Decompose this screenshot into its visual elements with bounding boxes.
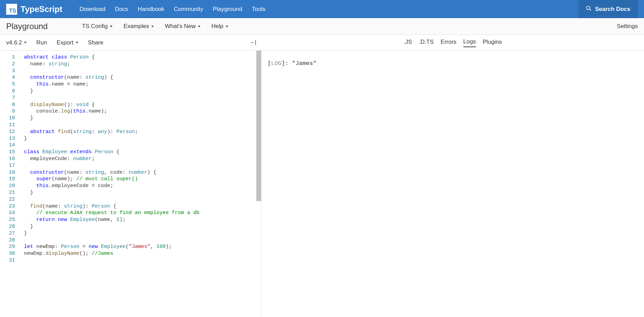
code-editor[interactable]: abstract class Person { name: string; co…: [20, 51, 261, 317]
log-value: "James": [292, 60, 316, 67]
logo-badge: TS: [6, 4, 17, 15]
version-dropdown[interactable]: v4.6.2: [6, 39, 27, 46]
tab-logs[interactable]: Logs: [463, 38, 476, 47]
output-tabs: .JS .D.TS Errors Logs Plugins: [261, 35, 644, 51]
svg-point-0: [587, 6, 590, 10]
editor-pane: →| 1234567891011121314151617181920212223…: [0, 51, 261, 317]
page-title: Playground: [6, 22, 48, 31]
top-nav: TS TypeScript Download Docs Handbook Com…: [0, 0, 644, 18]
log-prefix: LOG: [271, 60, 282, 67]
main: →| 1234567891011121314151617181920212223…: [0, 51, 644, 317]
caret-down-icon: [110, 26, 113, 27]
nav-links: Download Docs Handbook Community Playgro…: [79, 6, 578, 13]
caret-down-icon: [198, 26, 201, 27]
examples-dropdown[interactable]: Examples: [124, 23, 154, 30]
nav-tools[interactable]: Tools: [252, 6, 266, 13]
svg-line-1: [590, 9, 591, 10]
output-pane: .JS .D.TS Errors Logs Plugins [LOG]: "Ja…: [261, 51, 644, 317]
sub-nav: Playground TS Config Examples What's New…: [0, 18, 644, 35]
caret-down-icon: [151, 26, 154, 27]
caret-down-icon: [226, 26, 228, 27]
line-gutter: 1234567891011121314151617181920212223242…: [0, 51, 20, 317]
collapse-right-icon[interactable]: →|: [249, 39, 256, 45]
tab-dts[interactable]: .D.TS: [419, 39, 434, 47]
log-close-bracket: ]:: [282, 60, 292, 67]
search-label: Search Docs: [595, 6, 630, 13]
caret-down-icon: [76, 42, 78, 43]
nav-docs[interactable]: Docs: [115, 6, 128, 13]
tab-js[interactable]: .JS: [404, 39, 412, 47]
help-dropdown[interactable]: Help: [211, 23, 228, 30]
caret-down-icon: [24, 42, 27, 43]
tab-plugins[interactable]: Plugins: [483, 39, 502, 47]
search-icon: [586, 5, 592, 13]
whatsnew-dropdown[interactable]: What's New: [165, 23, 201, 30]
output-body: [LOG]: "James": [261, 51, 644, 76]
logo-text: TypeScript: [21, 4, 62, 14]
search-docs[interactable]: Search Docs: [578, 0, 638, 18]
scrollbar-thumb[interactable]: [256, 51, 261, 201]
tsconfig-dropdown[interactable]: TS Config: [82, 23, 113, 30]
log-open-bracket: [: [268, 60, 271, 67]
subnav-links: TS Config Examples What's New Help: [82, 23, 228, 30]
settings-link[interactable]: Settings: [617, 23, 638, 30]
nav-handbook[interactable]: Handbook: [138, 6, 165, 13]
export-dropdown[interactable]: Export: [57, 39, 78, 46]
run-button[interactable]: Run: [36, 39, 47, 46]
nav-community[interactable]: Community: [174, 6, 203, 13]
logo[interactable]: TS TypeScript: [6, 4, 62, 15]
nav-playground[interactable]: Playground: [213, 6, 242, 13]
scrollbar[interactable]: [256, 51, 261, 317]
nav-download[interactable]: Download: [79, 6, 105, 13]
share-button[interactable]: Share: [88, 39, 103, 46]
tab-errors[interactable]: Errors: [441, 39, 456, 47]
